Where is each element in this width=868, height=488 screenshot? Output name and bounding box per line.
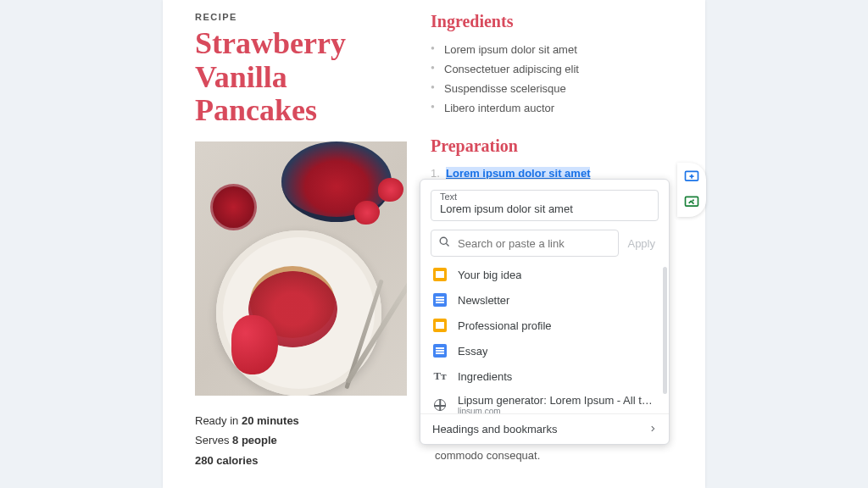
ingredient-item[interactable]: Consectetuer adipiscing elit xyxy=(431,59,673,79)
link-result-item[interactable]: Your big idea xyxy=(420,262,669,287)
ingredient-item[interactable]: Lorem ipsum dolor sit amet xyxy=(431,40,673,59)
ingredient-item[interactable]: Suspendisse scelerisque xyxy=(431,79,673,98)
ingredients-heading[interactable]: Ingredients xyxy=(431,12,673,31)
results-scrollbar[interactable] xyxy=(663,267,667,394)
svg-line-1 xyxy=(446,243,448,246)
meta-calories: 280 calories xyxy=(195,451,407,470)
link-results: Your big idea Newsletter Professional pr… xyxy=(420,262,669,414)
recipe-meta: Ready in 20 minutes Serves 8 people 280 … xyxy=(195,411,407,470)
margin-action-buttons xyxy=(677,163,706,217)
left-column: RECIPE Strawberry Vanilla Pancakes Ready… xyxy=(195,12,407,488)
chevron-right-icon xyxy=(648,423,657,435)
suggest-edits-button[interactable] xyxy=(682,193,701,212)
link-result-item[interactable]: Newsletter xyxy=(420,287,669,313)
slides-icon xyxy=(432,267,448,282)
link-search-box[interactable] xyxy=(431,230,619,257)
recipe-eyebrow: RECIPE xyxy=(195,12,407,22)
search-icon xyxy=(438,236,451,251)
link-result-item[interactable]: Professional profile xyxy=(420,313,669,338)
insert-link-popup: Text Apply Your big idea Newsletter Prof… xyxy=(420,179,670,445)
link-result-item[interactable]: Essay xyxy=(420,338,669,363)
svg-point-0 xyxy=(440,237,447,244)
link-result-item[interactable]: Tт Ingredients xyxy=(420,363,669,389)
globe-icon xyxy=(432,397,448,413)
link-text-label: Text xyxy=(440,191,649,202)
meta-ready: Ready in 20 minutes xyxy=(195,411,407,430)
recipe-photo xyxy=(195,141,407,396)
link-text-field[interactable]: Text xyxy=(431,190,659,221)
add-comment-button[interactable] xyxy=(682,168,701,186)
preparation-heading[interactable]: Preparation xyxy=(431,136,673,156)
recipe-title[interactable]: Strawberry Vanilla Pancakes xyxy=(195,27,407,128)
trailing-paragraph[interactable]: commodo consequat. xyxy=(435,449,655,462)
slides-icon xyxy=(432,318,448,333)
link-text-input[interactable] xyxy=(440,202,649,215)
link-search-input[interactable] xyxy=(458,237,611,250)
link-result-item[interactable]: Lipsum generator: Lorem Ipsum - All the … xyxy=(420,389,669,414)
heading-icon: Tт xyxy=(432,369,448,384)
docs-icon xyxy=(432,292,448,308)
apply-button[interactable]: Apply xyxy=(624,234,659,253)
docs-icon xyxy=(432,343,448,358)
headings-bookmarks-row[interactable]: Headings and bookmarks xyxy=(420,414,669,444)
meta-serves: Serves 8 people xyxy=(195,430,407,450)
ingredient-item[interactable]: Libero interdum auctor xyxy=(431,98,673,118)
ingredients-list: Lorem ipsum dolor sit amet Consectetuer … xyxy=(431,40,673,118)
